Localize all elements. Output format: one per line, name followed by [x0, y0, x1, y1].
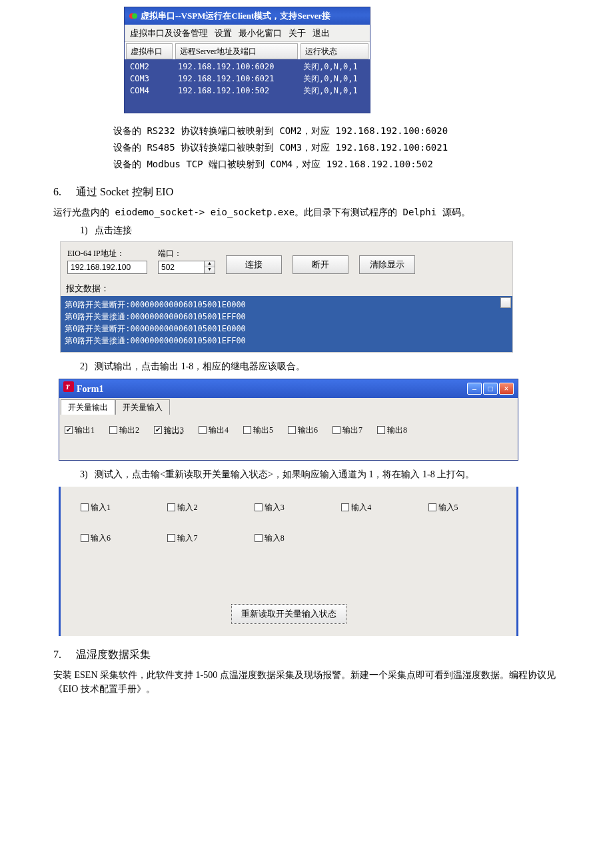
- col-header[interactable]: 运行状态: [301, 43, 368, 59]
- step-text: 测试输出，点击输出 1-8，相应的继电器应该吸合。: [95, 361, 305, 371]
- col-header[interactable]: 虚拟串口: [126, 43, 173, 59]
- maximize-button[interactable]: □: [483, 383, 498, 395]
- cell-port: COM3: [127, 73, 175, 85]
- step-text: 测试入，点击输<重新读取开关量输入状态>，如果响应输入通道为 1，将在输入 1-…: [95, 469, 474, 479]
- cell-port: COM4: [127, 85, 175, 97]
- minimize-button[interactable]: –: [467, 383, 482, 395]
- output-checkbox[interactable]: 输出7: [332, 424, 362, 436]
- checkbox-icon: [288, 426, 296, 434]
- output-checkbox[interactable]: 输出8: [377, 424, 407, 436]
- input-checkbox[interactable]: 输入3: [255, 501, 322, 513]
- output-checkbox[interactable]: 输出6: [288, 424, 318, 436]
- log-line: 第0路开关量接通:0000000000060105001EFF00: [65, 335, 508, 347]
- step-text: 点击连接: [95, 225, 132, 235]
- checkbox-label: 输出3: [164, 424, 184, 436]
- checkbox-label: 输出8: [387, 424, 407, 436]
- vspm-list: COM2 192.168.192.100:6020 关闭,0,N,0,1 COM…: [125, 59, 370, 113]
- step-3: 3) 测试入，点击输<重新读取开关量输入状态>，如果响应输入通道为 1，将在输入…: [80, 467, 560, 481]
- form1-title: Form1: [77, 382, 103, 396]
- ip-input[interactable]: [67, 261, 147, 274]
- output-checkbox[interactable]: 输出5: [243, 424, 273, 436]
- socket-toolbar: EIO-64 IP地址： 端口： ▲▼ 连接 断开 清除显示: [61, 242, 512, 281]
- log-area[interactable]: 第0路开关量断开:0000000000060105001E0000 第0路开关量…: [61, 296, 512, 352]
- disconnect-button[interactable]: 断开: [293, 255, 348, 274]
- form1-window: T Form1 – □ × 开关量输出 开关量输入 输出1输出2输出3输出4输出…: [59, 379, 518, 461]
- menu-item[interactable]: 退出: [312, 27, 330, 40]
- tab-input[interactable]: 开关量输入: [115, 399, 170, 415]
- checkbox-icon: [167, 534, 175, 542]
- checkbox-icon: [154, 426, 162, 434]
- inputs-panel: 输入1输入2输入3输入4输入5输入6输入7输入8 重新读取开关量输入状态: [59, 487, 518, 636]
- checkbox-icon: [243, 426, 251, 434]
- output-checkbox[interactable]: 输出1: [65, 424, 95, 436]
- cell-addr: 192.168.192.100:6021: [175, 73, 301, 85]
- port-spinner[interactable]: ▲▼: [205, 261, 215, 274]
- checkbox-icon: [332, 426, 340, 434]
- table-row[interactable]: COM2 192.168.192.100:6020 关闭,0,N,0,1: [127, 61, 367, 73]
- checkbox-label: 输入3: [265, 501, 285, 513]
- delphi-icon: T: [63, 381, 74, 396]
- menu-item[interactable]: 虚拟串口及设备管理: [130, 27, 208, 40]
- menu-item[interactable]: 关于: [289, 27, 306, 40]
- table-row[interactable]: COM3 192.168.192.100:6021 关闭,0,N,0,1: [127, 73, 367, 85]
- log-line: 第0路开关量断开:0000000000060105001E0000: [65, 299, 508, 311]
- text-line: 设备的 RS232 协议转换端口被映射到 COM2，对应 192.168.192…: [113, 123, 560, 139]
- text-line: 设备的 Modbus TCP 端口被映射到 COM4，对应 192.168.19…: [113, 156, 560, 173]
- input-checkbox[interactable]: 输入2: [167, 501, 235, 513]
- output-checkbox[interactable]: 输出3: [154, 424, 184, 436]
- mapping-description: 设备的 RS232 协议转换端口被映射到 COM2，对应 192.168.192…: [113, 123, 560, 173]
- checkbox-label: 输入7: [177, 532, 197, 544]
- output-checkbox[interactable]: 输出4: [199, 424, 229, 436]
- col-header[interactable]: 远程Server地址及端口: [175, 43, 298, 59]
- clear-button[interactable]: 清除显示: [359, 255, 415, 274]
- heading-num: 7.: [53, 647, 73, 663]
- checkbox-icon: [167, 503, 175, 511]
- output-checkbox[interactable]: 输出2: [109, 424, 139, 436]
- cell-state: 关闭,0,N,0,1: [301, 85, 367, 97]
- tab-strip: 开关量输出 开关量输入: [59, 398, 518, 415]
- menu-item[interactable]: 最小化窗口: [239, 27, 282, 40]
- ip-label: EIO-64 IP地址：: [67, 247, 147, 259]
- checkbox-label: 输出6: [298, 424, 318, 436]
- checkbox-label: 输出1: [75, 424, 95, 436]
- checkbox-label: 输出5: [253, 424, 273, 436]
- port-label: 端口：: [158, 247, 215, 259]
- input-checkbox[interactable]: 输入1: [81, 501, 149, 513]
- vspm-titlebar[interactable]: 虚拟串口--VSPM运行在Client模式，支持Server接: [125, 7, 370, 25]
- menu-item[interactable]: 设置: [215, 27, 232, 40]
- close-button[interactable]: ×: [499, 383, 514, 395]
- step-1: 1) 点击连接: [80, 223, 560, 237]
- form1-titlebar[interactable]: T Form1 – □ ×: [59, 379, 518, 398]
- text-line: 设备的 RS485 协议转换端口被映射到 COM3，对应 192.168.192…: [113, 139, 560, 156]
- checkbox-label: 输入6: [91, 532, 111, 544]
- checkbox-label: 输出2: [119, 424, 139, 436]
- log-line: 第0路开关量接通:0000000000060105001EFF00: [65, 311, 508, 323]
- step-2: 2) 测试输出，点击输出 1-8，相应的继电器应该吸合。: [80, 359, 560, 373]
- checkbox-icon: [109, 426, 117, 434]
- input-checkbox[interactable]: 输入7: [167, 532, 235, 544]
- tab-output[interactable]: 开关量输出: [61, 399, 115, 415]
- input-checkbox[interactable]: 输入8: [255, 532, 322, 544]
- outputs-panel: 输出1输出2输出3输出4输出5输出6输出7输出8: [59, 415, 518, 460]
- connect-button[interactable]: 连接: [226, 255, 282, 274]
- table-row[interactable]: COM4 192.168.192.100:502 关闭,0,N,0,1: [127, 85, 367, 97]
- svg-point-1: [132, 13, 137, 19]
- input-checkbox[interactable]: 输入6: [81, 532, 149, 544]
- cell-addr: 192.168.192.100:502: [175, 85, 301, 97]
- scroll-up-icon[interactable]: ^: [500, 297, 511, 308]
- input-checkbox[interactable]: 输入5: [428, 501, 496, 513]
- step-num: 1): [80, 225, 88, 235]
- step-num: 3): [80, 469, 88, 479]
- refresh-inputs-button[interactable]: 重新读取开关量输入状态: [231, 604, 346, 624]
- checkbox-icon: [377, 426, 385, 434]
- socket-tool-window: EIO-64 IP地址： 端口： ▲▼ 连接 断开 清除显示 报文数据： 第0路…: [60, 241, 513, 353]
- checkbox-label: 输入8: [265, 532, 285, 544]
- checkbox-icon: [81, 534, 89, 542]
- input-checkbox[interactable]: 输入4: [341, 501, 409, 513]
- section6-intro: 运行光盘内的 eiodemo_socket-> eio_socketp.exe。…: [53, 205, 560, 219]
- checkbox-icon: [255, 503, 263, 511]
- heading-num: 6.: [53, 184, 73, 200]
- cell-port: COM2: [127, 61, 175, 73]
- port-input[interactable]: [158, 261, 205, 274]
- checkbox-label: 输入1: [91, 501, 111, 513]
